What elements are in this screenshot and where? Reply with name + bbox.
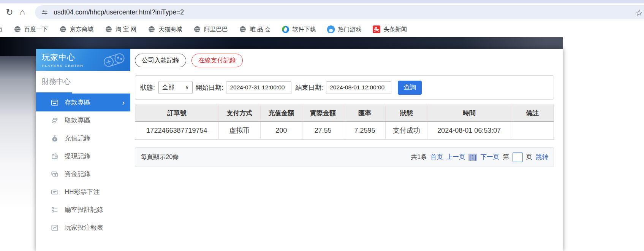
col-order-number: 訂單號 — [135, 105, 219, 122]
home-icon[interactable]: ⌂ — [16, 7, 29, 17]
bookmark-item-hot-games[interactable]: 热门游戏 — [327, 25, 361, 33]
bookmark-item-cut[interactable]: 行 — [0, 25, 2, 33]
cell-time: 2024-08-01 06:53:07 — [427, 122, 511, 140]
query-button[interactable]: 查詢 — [398, 81, 422, 95]
banknotes-icon — [51, 170, 59, 178]
url-text: usdt04.com/hhcp/usercenter.html?iniType=… — [54, 8, 184, 16]
cell-payment-method: 虚拟币 — [218, 122, 260, 140]
sidebar-item-hall-bet-records[interactable]: 廳室投註記錄 — [36, 201, 130, 219]
tab-online-payment-records[interactable]: 在線支付記錄 — [191, 54, 243, 67]
url-bar[interactable]: usdt04.com/hhcp/usercenter.html?iniType=… — [35, 5, 644, 19]
sidebar-item-withdraw-zone[interactable]: 取款專區 — [36, 111, 130, 129]
bookmark-label: 唯 品 会 — [250, 25, 271, 33]
penguin-icon — [327, 25, 335, 33]
sidebar-item-hh-lottery-bets[interactable]: HH彩票下注 — [36, 183, 130, 201]
col-actual-amount: 實際金額 — [302, 105, 344, 122]
cell-status: 支付成功 — [386, 122, 427, 140]
tab-company-deposit-records[interactable]: 公司入款記錄 — [135, 54, 186, 67]
col-remark: 備註 — [511, 105, 554, 122]
globe-icon — [193, 25, 201, 33]
table-header-row: 訂單號 支付方式 充值金額 實際金額 匯率 狀態 時間 備註 — [135, 105, 554, 122]
total-count-text: 共1条 — [411, 153, 427, 161]
col-recharge-amount: 充值金額 — [260, 105, 302, 122]
cell-order-number: 1722466387719754 — [135, 122, 219, 140]
sidebar-item-deposit-zone[interactable]: 存款專區 › — [36, 94, 130, 111]
col-status: 狀態 — [386, 105, 427, 122]
cell-recharge-amount: 200 — [260, 122, 302, 140]
cell-actual-amount: 27.55 — [302, 122, 344, 140]
first-page-link[interactable]: 首页 — [430, 153, 443, 161]
software-download-icon — [282, 26, 289, 33]
left-gradient — [0, 56, 36, 251]
bookmark-label: 百度一下 — [24, 25, 48, 33]
table-row: 1722466387719754 虚拟币 200 27.55 7.2595 支付… — [135, 122, 554, 140]
bookmark-item-baidu[interactable]: 百度一下 — [14, 25, 48, 33]
col-payment-method: 支付方式 — [218, 105, 260, 122]
jump-button[interactable]: 跳转 — [536, 153, 548, 161]
bookmark-item-jd[interactable]: 京东商城 — [59, 25, 93, 33]
cell-remark — [511, 122, 554, 140]
sidebar-item-label: 充值記錄 — [65, 134, 90, 143]
status-select[interactable]: 全部 ∨ — [158, 81, 193, 94]
reload-icon[interactable]: ↻ — [3, 7, 16, 17]
next-page-link[interactable]: 下一页 — [481, 153, 500, 161]
money-bag-icon: ¥ — [51, 134, 59, 143]
page-jump-input[interactable] — [513, 153, 523, 162]
sidebar-item-label: 存款專區 — [65, 98, 90, 107]
browser-toolbar: ↻ ⌂ usdt04.com/hhcp/usercenter.html?iniT… — [0, 3, 644, 21]
globe-icon — [148, 25, 155, 33]
bookmark-item-alibaba[interactable]: 阿里巴巴 — [193, 25, 228, 33]
sidebar-item-label: 玩家投注報表 — [65, 223, 103, 232]
jump-prefix-label: 第 — [503, 153, 509, 161]
sidebar-header: 玩家中心 PLAYERS CENTER — [36, 49, 130, 71]
site-info-icon[interactable] — [41, 9, 48, 16]
globe-icon — [239, 25, 247, 33]
bookmark-item-vip[interactable]: 唯 品 会 — [239, 25, 271, 33]
bookmark-label: 阿里巴巴 — [204, 25, 228, 33]
cell-exchange-rate: 7.2595 — [344, 122, 386, 140]
sidebar-item-label: 提現記錄 — [65, 152, 90, 160]
start-date-label: 開始日期: — [196, 83, 223, 92]
globe-icon — [105, 25, 112, 33]
status-label: 狀態: — [140, 83, 155, 92]
sidebar-item-funds-records[interactable]: 資金記錄 — [36, 165, 130, 183]
sidebar-item-label: 資金記錄 — [65, 170, 90, 178]
sidebar-item-player-bet-report[interactable]: 玩家投注報表 — [36, 219, 130, 237]
bookmark-item-taobao[interactable]: 淘 宝 网 — [105, 25, 136, 33]
bookmark-label: 淘 宝 网 — [116, 25, 136, 33]
finance-center-tab[interactable]: 財務中心 — [36, 71, 130, 94]
sidebar-menu: 存款專區 › 取款專區 ¥ 充值記錄 — [36, 94, 130, 237]
prev-page-link[interactable]: 上一页 — [446, 153, 465, 161]
report-chart-icon — [51, 224, 59, 232]
current-page-indicator[interactable]: [1] — [468, 154, 477, 161]
bookmark-item-tmall[interactable]: 天猫商城 — [148, 25, 182, 33]
bookmarks-bar: 行 百度一下 京东商城 淘 宝 网 天猫商城 阿里巴巴 唯 品 会 软件下载 热… — [0, 21, 644, 37]
bookmark-label: 热门游戏 — [338, 25, 361, 33]
jump-suffix-label: 页 — [526, 153, 533, 161]
withdraw-hand-icon — [51, 116, 59, 125]
records-table: 訂單號 支付方式 充值金額 實際金額 匯率 狀態 時間 備註 172246638… — [135, 105, 554, 140]
sidebar-item-label: 廳室投註記錄 — [65, 205, 103, 214]
start-date-input[interactable] — [226, 81, 291, 94]
record-tabs: 公司入款記錄 在線支付記錄 — [135, 54, 554, 67]
pagination-bar: 每頁顯示20條 共1条 首页 上一页 [1] 下一页 第 页 跳转 — [135, 147, 554, 167]
chevron-down-icon: ∨ — [185, 85, 189, 90]
content-panel: 玩家中心 PLAYERS CENTER 財務中心 — [36, 49, 563, 251]
toutiao-icon: 头 — [373, 25, 380, 33]
ticket-icon — [51, 188, 59, 196]
sidebar-item-withdrawal-records[interactable]: 提現記錄 — [36, 147, 130, 165]
end-date-input[interactable] — [326, 81, 391, 94]
list-icon — [51, 206, 59, 214]
globe-icon — [59, 25, 67, 33]
bookmark-item-software-download[interactable]: 软件下载 — [282, 25, 316, 33]
gamepad-icon — [100, 50, 128, 69]
bookmark-label: 头条新闻 — [383, 25, 407, 33]
sidebar-item-recharge-records[interactable]: ¥ 充值記錄 — [36, 129, 130, 147]
sidebar: 玩家中心 PLAYERS CENTER 財務中心 — [36, 49, 130, 251]
sidebar-item-label: HH彩票下注 — [65, 187, 100, 196]
col-exchange-rate: 匯率 — [344, 105, 386, 122]
tab-strip — [0, 0, 644, 3]
status-select-value: 全部 — [162, 84, 174, 92]
bookmark-item-toutiao-news[interactable]: 头 头条新闻 — [373, 25, 407, 33]
bookmark-star-icon[interactable]: ☆ — [635, 8, 643, 18]
